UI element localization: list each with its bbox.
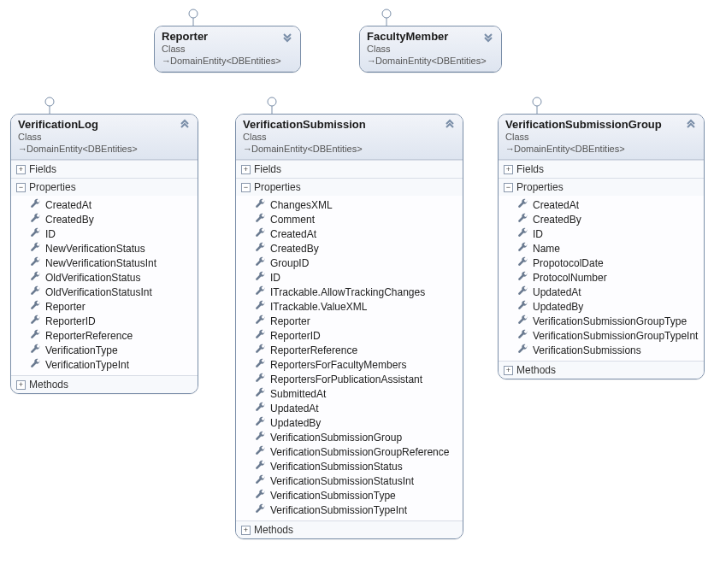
property-item[interactable]: VerificationSubmissionType [236, 488, 463, 503]
property-item[interactable]: CreatedBy [236, 241, 463, 256]
property-item[interactable]: GroupID [236, 256, 463, 270]
property-item[interactable]: ProtocolNumber [499, 270, 704, 285]
class-box-verification-log[interactable]: VerificationLog Class →DomainEntity<DBEn… [10, 114, 198, 394]
wrench-icon [255, 315, 265, 327]
property-item[interactable]: VerificationSubmissionStatusInt [236, 473, 463, 488]
property-item[interactable]: ID [11, 226, 198, 241]
properties-section[interactable]: −Properties ChangesXMLCommentCreatedAtCr… [236, 178, 463, 520]
property-label: ReporterID [45, 315, 96, 327]
property-item[interactable]: VerificationSubmissionGroupReference [236, 444, 463, 459]
class-inherits: →DomainEntity<DBEntities> [162, 56, 293, 66]
property-item[interactable]: OldVerificationStatus [11, 270, 198, 285]
property-item[interactable]: ReporterID [11, 314, 198, 328]
property-item[interactable]: Name [499, 241, 704, 256]
property-item[interactable]: Reporter [11, 299, 198, 314]
property-item[interactable]: CreatedBy [11, 212, 198, 226]
property-item[interactable]: CreatedAt [236, 226, 463, 241]
class-box-verification-submission-group[interactable]: VerificationSubmissionGroup Class →Domai… [498, 114, 705, 379]
property-label: UpdatedAt [270, 403, 319, 415]
property-label: CreatedBy [533, 214, 581, 226]
property-item[interactable]: CreatedBy [499, 212, 704, 226]
inheritance-connector [381, 9, 392, 26]
class-box-faculty-member[interactable]: FacultyMember Class →DomainEntity<DBEnti… [359, 26, 502, 73]
methods-section[interactable]: +Methods [499, 361, 704, 379]
methods-section[interactable]: +Methods [11, 375, 198, 393]
property-item[interactable]: CreatedAt [499, 197, 704, 212]
fields-section[interactable]: +Fields [236, 160, 463, 178]
collapse-toggle-icon[interactable]: − [504, 183, 513, 192]
property-item[interactable]: OldVerificationStatusInt [11, 285, 198, 299]
property-item[interactable]: PropotocolDate [499, 256, 704, 270]
property-item[interactable]: Comment [236, 212, 463, 226]
collapse-icon[interactable] [444, 119, 456, 131]
property-item[interactable]: ReporterID [236, 328, 463, 343]
wrench-icon [255, 198, 265, 211]
property-label: PropotocolDate [533, 257, 604, 269]
expand-icon[interactable] [281, 31, 293, 43]
expand-toggle-icon[interactable]: + [16, 380, 26, 390]
property-label: VerificationSubmissions [533, 344, 641, 356]
property-item[interactable]: UpdatedBy [499, 299, 704, 314]
property-item[interactable]: NewVerificationStatus [11, 241, 198, 256]
property-label: ChangesXML [270, 199, 333, 211]
property-item[interactable]: ReportersForPublicationAssistant [236, 372, 463, 386]
property-item[interactable]: VerificationTypeInt [11, 357, 198, 372]
property-item[interactable]: ReportersForFacultyMembers [236, 357, 463, 372]
wrench-icon [255, 213, 265, 226]
property-item[interactable]: VerificationSubmissionGroupType [499, 314, 704, 328]
collapse-toggle-icon[interactable]: − [16, 183, 26, 192]
property-item[interactable]: UpdatedBy [236, 415, 463, 430]
property-item[interactable]: VerificationSubmissionGroup [236, 430, 463, 444]
expand-toggle-icon[interactable]: + [241, 526, 251, 535]
collapse-toggle-icon[interactable]: − [241, 183, 251, 192]
fields-section[interactable]: +Fields [499, 160, 704, 178]
property-item[interactable]: ID [236, 270, 463, 285]
property-item[interactable]: NewVerificationStatusInt [11, 256, 198, 270]
property-item[interactable]: ReporterReference [236, 343, 463, 357]
wrench-icon [255, 344, 265, 356]
properties-section[interactable]: −Properties CreatedAtCreatedByIDNewVerif… [11, 178, 198, 375]
property-item[interactable]: CreatedAt [11, 197, 198, 212]
class-title: VerificationLog [18, 118, 98, 131]
property-item[interactable]: VerificationType [11, 343, 198, 357]
property-label: NewVerificationStatusInt [45, 257, 156, 269]
svg-point-2 [382, 9, 391, 18]
expand-icon[interactable] [482, 31, 494, 43]
wrench-icon [255, 271, 265, 284]
section-label: Fields [516, 163, 544, 175]
property-item[interactable]: VerificationSubmissionGroupTypeInt [499, 328, 704, 343]
collapse-icon[interactable] [179, 119, 191, 131]
class-box-reporter[interactable]: Reporter Class →DomainEntity<DBEntities> [154, 26, 301, 73]
methods-section[interactable]: +Methods [236, 520, 463, 538]
wrench-icon [30, 227, 40, 240]
property-item[interactable]: ID [499, 226, 704, 241]
fields-section[interactable]: +Fields [11, 160, 198, 178]
wrench-icon [30, 256, 40, 269]
wrench-icon [255, 402, 265, 415]
class-title: VerificationSubmissionGroup [505, 118, 662, 131]
class-box-verification-submission[interactable]: VerificationSubmission Class →DomainEnti… [235, 114, 463, 539]
property-item[interactable]: UpdatedAt [499, 285, 704, 299]
property-item[interactable]: ITrackable.ValueXML [236, 299, 463, 314]
property-label: VerificationSubmissionGroup [270, 432, 402, 444]
wrench-icon [255, 227, 265, 240]
wrench-icon [30, 329, 40, 342]
expand-toggle-icon[interactable]: + [241, 165, 251, 174]
property-item[interactable]: VerificationSubmissions [499, 343, 704, 357]
properties-section[interactable]: −Properties CreatedAtCreatedByIDNameProp… [499, 178, 704, 361]
property-item[interactable]: SubmittedAt [236, 386, 463, 401]
property-item[interactable]: ITrackable.AllowTrackingChanges [236, 285, 463, 299]
collapse-icon[interactable] [685, 119, 697, 131]
property-item[interactable]: VerificationSubmissionStatus [236, 459, 463, 473]
property-item[interactable]: UpdatedAt [236, 401, 463, 415]
property-label: VerificationSubmissionGroupReference [270, 446, 449, 458]
expand-toggle-icon[interactable]: + [504, 366, 513, 375]
property-item[interactable]: ChangesXML [236, 197, 463, 212]
expand-toggle-icon[interactable]: + [504, 165, 513, 174]
property-item[interactable]: ReporterReference [11, 328, 198, 343]
expand-toggle-icon[interactable]: + [16, 165, 26, 174]
svg-point-0 [189, 9, 198, 18]
wrench-icon [255, 445, 265, 458]
property-item[interactable]: Reporter [236, 314, 463, 328]
property-item[interactable]: VerificationSubmissionTypeInt [236, 503, 463, 517]
